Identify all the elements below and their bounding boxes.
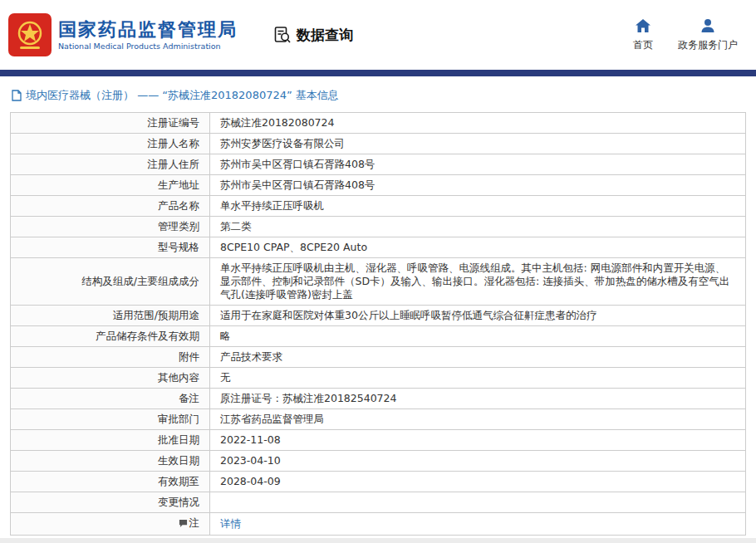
top-nav: 首页 政务服务门户	[633, 18, 738, 52]
nmpa-emblem-icon	[8, 13, 52, 56]
table-row: 注册人住所苏州市吴中区胥口镇石胥路408号	[11, 154, 746, 175]
row-value: 苏州市吴中区胥口镇石胥路408号	[210, 154, 746, 175]
row-label: 产品名称	[11, 196, 210, 217]
row-label: 注册人名称	[11, 134, 210, 154]
org-name-cn: 国家药品监督管理局	[58, 19, 238, 40]
row-value: 产品技术要求	[210, 347, 746, 368]
user-icon	[700, 18, 716, 36]
row-value: 苏械注准20182080724	[210, 113, 746, 134]
footer-strip	[0, 538, 756, 543]
table-row: 管理类别第二类	[11, 217, 746, 237]
table-row: 生产地址苏州市吴中区胥口镇石胥路408号	[11, 175, 746, 196]
table-row: 有效期至2028-04-09	[11, 472, 746, 492]
breadcrumb-text: 境内医疗器械（注册） —— “苏械注准20182080724” 基本信息	[26, 88, 339, 103]
row-value: 8CPE10 CPAP、8CPE20 Auto	[210, 237, 746, 258]
info-table: 注册证编号苏械注准20182080724注册人名称苏州安梦医疗设备有限公司注册人…	[10, 112, 746, 536]
row-label: 变更情况	[11, 492, 210, 513]
note-icon	[179, 518, 188, 531]
nav-home[interactable]: 首页	[633, 18, 653, 52]
row-label: 注	[11, 513, 210, 536]
table-row: 附件产品技术要求	[11, 347, 746, 368]
table-row: 型号规格8CPE10 CPAP、8CPE20 Auto	[11, 237, 746, 258]
table-row: 结构及组成/主要组成成分单水平持续正压呼吸机由主机、湿化器、呼吸管路、电源线组成…	[11, 258, 746, 306]
page: 国家药品监督管理局 National Medical Products Admi…	[0, 0, 756, 536]
row-label: 备注	[11, 389, 210, 409]
row-value: 2022-11-08	[210, 430, 746, 451]
detail-link[interactable]: 详情	[220, 517, 241, 530]
row-label: 有效期至	[11, 472, 210, 492]
row-label: 结构及组成/主要组成成分	[11, 258, 210, 306]
row-value: 2023-04-10	[210, 451, 746, 472]
site-header: 国家药品监督管理局 National Medical Products Admi…	[0, 0, 756, 70]
org-name-en: National Medical Products Administration	[58, 42, 238, 51]
row-value: 第二类	[210, 217, 746, 237]
row-value: 单水平持续正压呼吸机	[210, 196, 746, 217]
row-label: 审批部门	[11, 409, 210, 430]
row-value: 江苏省药品监督管理局	[210, 409, 746, 430]
data-query-label: 数据查询	[297, 26, 353, 45]
table-row: 批准日期2022-11-08	[11, 430, 746, 451]
row-value: 原注册证号：苏械注准20182540724	[210, 389, 746, 409]
table-row: 注册人名称苏州安梦医疗设备有限公司	[11, 134, 746, 154]
row-value: 2028-04-09	[210, 472, 746, 492]
table-row: 适用范围/预期用途适用于在家庭和医院对体重30公斤以上睡眠呼吸暂停低通气综合征鼾…	[11, 306, 746, 326]
row-value	[210, 492, 746, 513]
row-value: 苏州安梦医疗设备有限公司	[210, 134, 746, 154]
row-value: 苏州市吴中区胥口镇石胥路408号	[210, 175, 746, 196]
row-value: 适用于在家庭和医院对体重30公斤以上睡眠呼吸暂停低通气综合征鼾症患者的治疗	[210, 306, 746, 326]
nav-gov-portal[interactable]: 政务服务门户	[678, 18, 738, 52]
table-row: 审批部门江苏省药品监督管理局	[11, 409, 746, 430]
table-row: 产品名称单水平持续正压呼吸机	[11, 196, 746, 217]
row-label: 生效日期	[11, 451, 210, 472]
data-query-link[interactable]: 数据查询	[272, 25, 353, 45]
breadcrumb: 境内医疗器械（注册） —— “苏械注准20182080724” 基本信息	[12, 88, 746, 103]
table-row: 其他内容无	[11, 368, 746, 389]
document-icon	[12, 90, 22, 101]
org-names: 国家药品监督管理局 National Medical Products Admi…	[58, 19, 238, 51]
table-row: 变更情况	[11, 492, 746, 513]
nav-home-label: 首页	[633, 38, 653, 52]
nmpa-logo[interactable]: 国家药品监督管理局 National Medical Products Admi…	[8, 13, 238, 56]
table-row: 注详情	[11, 513, 746, 536]
row-label: 注册人住所	[11, 154, 210, 175]
row-value: 详情	[210, 513, 746, 536]
row-value: 无	[210, 368, 746, 389]
main-content: 境内医疗器械（注册） —— “苏械注准20182080724” 基本信息 注册证…	[0, 88, 756, 536]
row-label: 产品储存条件及有效期	[11, 326, 210, 347]
table-row: 产品储存条件及有效期略	[11, 326, 746, 347]
nav-gov-portal-label: 政务服务门户	[678, 38, 738, 52]
row-label: 生产地址	[11, 175, 210, 196]
info-table-body: 注册证编号苏械注准20182080724注册人名称苏州安梦医疗设备有限公司注册人…	[11, 113, 746, 536]
row-label: 适用范围/预期用途	[11, 306, 210, 326]
row-label: 附件	[11, 347, 210, 368]
row-label: 批准日期	[11, 430, 210, 451]
data-query-icon	[272, 25, 292, 45]
row-label: 型号规格	[11, 237, 210, 258]
row-label: 其他内容	[11, 368, 210, 389]
table-row: 生效日期2023-04-10	[11, 451, 746, 472]
row-label: 注册证编号	[11, 113, 210, 134]
table-row: 注册证编号苏械注准20182080724	[11, 113, 746, 134]
header-divider-bar	[0, 70, 756, 76]
row-value: 单水平持续正压呼吸机由主机、湿化器、呼吸管路、电源线组成。其中主机包括: 网电源…	[210, 258, 746, 306]
row-value: 略	[210, 326, 746, 347]
home-icon	[635, 18, 651, 36]
table-row: 备注原注册证号：苏械注准20182540724	[11, 389, 746, 409]
row-label: 管理类别	[11, 217, 210, 237]
